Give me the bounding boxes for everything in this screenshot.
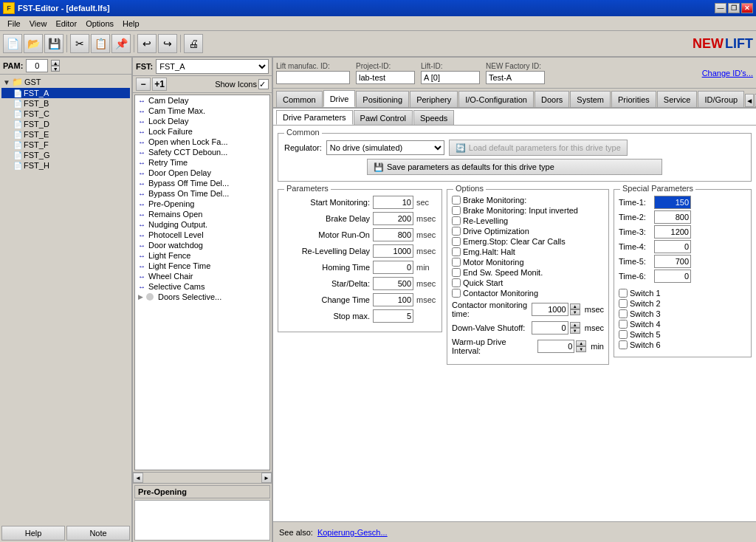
special-input-t3[interactable] xyxy=(654,225,691,239)
close-button[interactable]: ✕ xyxy=(741,3,753,13)
toolbar-undo[interactable]: ↩ xyxy=(137,34,157,53)
cb-brake-input-inv[interactable] xyxy=(452,206,461,215)
tree-item-fst-a[interactable]: 📄 FST_A xyxy=(1,88,130,98)
scroll-left[interactable]: ◄ xyxy=(133,473,143,483)
tree-item-fst-c[interactable]: 📄 FST_C xyxy=(1,109,130,119)
scroll-track[interactable] xyxy=(143,473,261,483)
pam-down[interactable]: ▼ xyxy=(51,66,60,72)
mid-item-pre-opening[interactable]: ↔Pre-Opening xyxy=(135,199,269,209)
menu-options[interactable]: Options xyxy=(81,18,118,30)
menu-view[interactable]: View xyxy=(25,18,52,30)
tab-periphery[interactable]: Periphery xyxy=(410,91,458,107)
warmup-input[interactable] xyxy=(537,340,574,353)
mid-item-door-open[interactable]: ↔Door Open Delay xyxy=(135,168,269,178)
cb-brake-monitoring[interactable] xyxy=(452,196,461,205)
param-input-changetime[interactable] xyxy=(373,293,413,306)
scroll-right[interactable]: ► xyxy=(261,473,272,483)
downvalve-down[interactable]: ▼ xyxy=(570,328,580,334)
tab-idgroup[interactable]: ID/Group xyxy=(698,91,744,107)
subtab-speeds[interactable]: Speeds xyxy=(413,110,454,125)
note-button[interactable]: Note xyxy=(66,526,130,541)
cb-relevelling[interactable] xyxy=(452,216,461,225)
cb-emg-halt[interactable] xyxy=(452,247,461,256)
mid-item-light-fence[interactable]: ↔Light Fence xyxy=(135,250,269,261)
cb-drive-opt[interactable] xyxy=(452,227,461,236)
param-input-brake[interactable] xyxy=(373,212,413,225)
toolbar-save[interactable]: 💾 xyxy=(44,34,63,53)
contactor-up[interactable]: ▲ xyxy=(570,303,580,309)
load-defaults-btn[interactable]: 🔄 Load default parameters for this drive… xyxy=(449,140,628,156)
special-input-t6[interactable] xyxy=(654,270,691,283)
tab-doors[interactable]: Doors xyxy=(535,91,569,107)
cb-quick-start[interactable] xyxy=(452,278,461,287)
tab-priorities[interactable]: Priorities xyxy=(611,91,656,107)
special-input-t1[interactable] xyxy=(654,196,691,209)
save-defaults-btn[interactable]: 💾 Save parameters as defaults for this d… xyxy=(367,159,662,175)
tree-item-fst-g[interactable]: 📄 FST_G xyxy=(1,150,130,160)
mid-item-light-fence-time[interactable]: ↔Light Fence Time xyxy=(135,261,269,271)
mid-item-wheel-chair[interactable]: ↔Wheel Chair xyxy=(135,271,269,281)
mid-item-cam-time[interactable]: ↔Cam Time Max. xyxy=(135,106,269,116)
toolbar-paste[interactable]: 📌 xyxy=(111,34,131,53)
mid-item-bypass-off[interactable]: ↔Bypass Off Time Del... xyxy=(135,178,269,188)
menu-file[interactable]: File xyxy=(3,18,25,30)
mid-item-cam-delay[interactable]: ↔Cam Delay xyxy=(135,95,269,106)
mid-item-lock-failure[interactable]: ↔Lock Failure xyxy=(135,126,269,137)
special-input-t4[interactable] xyxy=(654,240,691,253)
param-input-start[interactable] xyxy=(373,196,413,209)
tree-item-fst-e[interactable]: 📄 FST_E xyxy=(1,129,130,140)
cb-switch-3[interactable] xyxy=(619,309,628,318)
tree-item-fst-d[interactable]: 📄 FST_D xyxy=(1,119,130,129)
param-input-stopmax[interactable] xyxy=(373,309,413,323)
cb-contactor[interactable] xyxy=(452,289,461,298)
regulator-select[interactable]: No drive (simulated) xyxy=(326,140,444,155)
cb-switch-6[interactable] xyxy=(619,340,628,349)
subtab-pawl-control[interactable]: Pawl Control xyxy=(354,110,413,125)
toolbar-print[interactable]: 🖨 xyxy=(184,34,203,53)
tree-expand-btn[interactable]: +1 xyxy=(152,78,167,91)
menu-help[interactable]: Help xyxy=(118,18,144,30)
pam-input[interactable] xyxy=(26,59,48,72)
contactor-time-input[interactable] xyxy=(532,303,568,316)
cb-switch-4[interactable] xyxy=(619,320,628,329)
mid-item-remains-open[interactable]: ↔Remains Open xyxy=(135,209,269,219)
mid-item-photocell[interactable]: ↔Photocell Level xyxy=(135,230,269,240)
cb-end-sw[interactable] xyxy=(452,268,461,277)
tab-common[interactable]: Common xyxy=(276,91,323,107)
warmup-down[interactable]: ▼ xyxy=(576,346,586,352)
mid-item-safety[interactable]: ↔Safety CCT Deboun... xyxy=(135,147,269,157)
subtab-drive-params[interactable]: Drive Parameters xyxy=(276,110,353,125)
tree-item-fst-b[interactable]: 📄 FST_B xyxy=(1,98,130,109)
mid-item-retry[interactable]: ↔Retry Time xyxy=(135,157,269,168)
show-icons-check[interactable]: ✓ xyxy=(258,79,269,89)
mid-item-bypass-on[interactable]: ↔Bypass On Time Del... xyxy=(135,188,269,199)
restore-button[interactable]: ❐ xyxy=(728,3,740,13)
cb-switch-2[interactable] xyxy=(619,299,628,308)
downvalve-input[interactable] xyxy=(532,321,568,335)
special-input-t2[interactable] xyxy=(654,210,691,224)
cb-motor-monitoring[interactable] xyxy=(452,258,461,267)
toolbar-copy[interactable]: 📋 xyxy=(91,34,110,53)
tab-nav-left[interactable]: ◄ xyxy=(745,94,754,107)
param-input-stardelta[interactable] xyxy=(373,277,413,290)
mid-item-door-watchdog[interactable]: ↔Door watchdog xyxy=(135,240,269,250)
tree-item-fst-h[interactable]: 📄 FST_H xyxy=(1,160,130,171)
param-input-motor[interactable] xyxy=(373,228,413,241)
toolbar-new[interactable]: 📄 xyxy=(3,34,22,53)
cb-switch-1[interactable] xyxy=(619,289,628,298)
pam-up[interactable]: ▲ xyxy=(51,60,60,66)
warmup-up[interactable]: ▲ xyxy=(576,340,586,346)
mid-item-nudging[interactable]: ↔Nudging Output. xyxy=(135,219,269,230)
tab-positioning[interactable]: Positioning xyxy=(356,91,409,107)
mid-item-lock-delay[interactable]: ↔Lock Delay xyxy=(135,116,269,126)
tab-io-config[interactable]: I/O-Configuration xyxy=(458,91,534,107)
mid-item-open-lock[interactable]: ↔Open when Lock Fa... xyxy=(135,137,269,147)
toolbar-open[interactable]: 📂 xyxy=(24,34,43,53)
minimize-button[interactable]: — xyxy=(715,3,726,13)
toolbar-cut[interactable]: ✂ xyxy=(70,34,89,53)
tree-item-fst-f[interactable]: 📄 FST_F xyxy=(1,140,130,150)
param-input-relevel[interactable] xyxy=(373,244,413,258)
special-input-t5[interactable] xyxy=(654,255,691,268)
tab-service[interactable]: Service xyxy=(657,91,698,107)
mid-item-selective-cams[interactable]: ↔Selective Cams xyxy=(135,281,269,292)
